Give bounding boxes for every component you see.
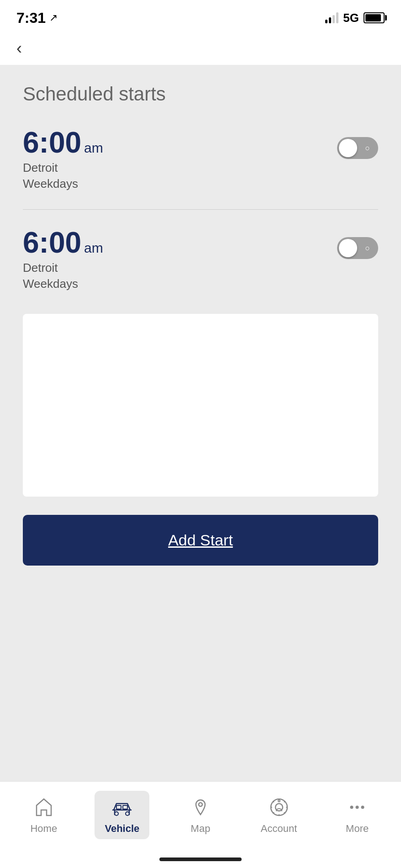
location-2: Detroit — [23, 261, 337, 275]
time-info-1: 6:00 am Detroit Weekdays — [23, 128, 337, 191]
svg-point-4 — [199, 803, 202, 806]
location-1: Detroit — [23, 161, 337, 175]
location-arrow-icon: ↗ — [49, 12, 58, 24]
nav-item-vehicle[interactable]: Vehicle — [95, 791, 149, 839]
nav-label-account: Account — [261, 823, 297, 835]
network-label: 5G — [343, 11, 359, 25]
nav-item-home[interactable]: Home — [16, 791, 71, 839]
days-2: Weekdays — [23, 277, 337, 291]
page-title: Scheduled starts — [23, 83, 378, 105]
white-card — [23, 314, 378, 497]
nav-label-map: Map — [191, 823, 211, 835]
toggle-2[interactable] — [337, 237, 378, 259]
status-time: 7:31 ↗ — [16, 10, 58, 26]
time-info-2: 6:00 am Detroit Weekdays — [23, 228, 337, 291]
svg-point-10 — [361, 806, 364, 809]
nav-label-more: More — [346, 823, 369, 835]
add-start-button[interactable]: Add Start — [23, 515, 378, 566]
divider-1 — [23, 209, 378, 210]
vehicle-icon — [110, 795, 134, 819]
time-display-1: 6:00 am — [23, 128, 337, 157]
home-indicator — [0, 853, 401, 868]
account-icon — [267, 795, 291, 819]
home-indicator-bar — [159, 857, 242, 861]
nav-item-more[interactable]: More — [330, 791, 385, 839]
schedule-item-2: 6:00 am Detroit Weekdays — [23, 223, 378, 305]
days-1: Weekdays — [23, 177, 337, 191]
toggle-wrap-1 — [337, 128, 378, 159]
nav-label-vehicle: Vehicle — [105, 823, 139, 835]
bottom-nav: Home Vehicle Map — [0, 781, 401, 853]
status-icons: 5G — [325, 11, 385, 25]
schedule-time-1: 6:00 am Detroit Weekdays — [23, 128, 378, 191]
back-bar: ‹ — [0, 32, 401, 65]
toggle-knob-1 — [339, 139, 357, 157]
svg-point-9 — [356, 806, 359, 809]
toggle-wrap-2 — [337, 228, 378, 259]
battery-icon — [364, 12, 385, 23]
status-bar: 7:31 ↗ 5G — [0, 0, 401, 32]
back-button[interactable]: ‹ — [16, 40, 22, 57]
main-content: Scheduled starts 6:00 am Detroit Weekday… — [0, 65, 401, 781]
nav-item-account[interactable]: Account — [252, 791, 306, 839]
nav-label-home: Home — [30, 823, 57, 835]
map-icon — [189, 795, 212, 819]
nav-item-map[interactable]: Map — [173, 791, 228, 839]
svg-point-8 — [350, 806, 354, 809]
toggle-1[interactable] — [337, 137, 378, 159]
schedule-time-2: 6:00 am Detroit Weekdays — [23, 228, 378, 291]
signal-icon — [325, 12, 338, 23]
home-icon — [32, 795, 56, 819]
more-icon — [345, 795, 369, 819]
svg-rect-0 — [116, 805, 121, 809]
schedule-item-1: 6:00 am Detroit Weekdays — [23, 123, 378, 205]
toggle-knob-2 — [339, 239, 357, 257]
time-display-2: 6:00 am — [23, 228, 337, 257]
svg-rect-1 — [123, 805, 127, 809]
